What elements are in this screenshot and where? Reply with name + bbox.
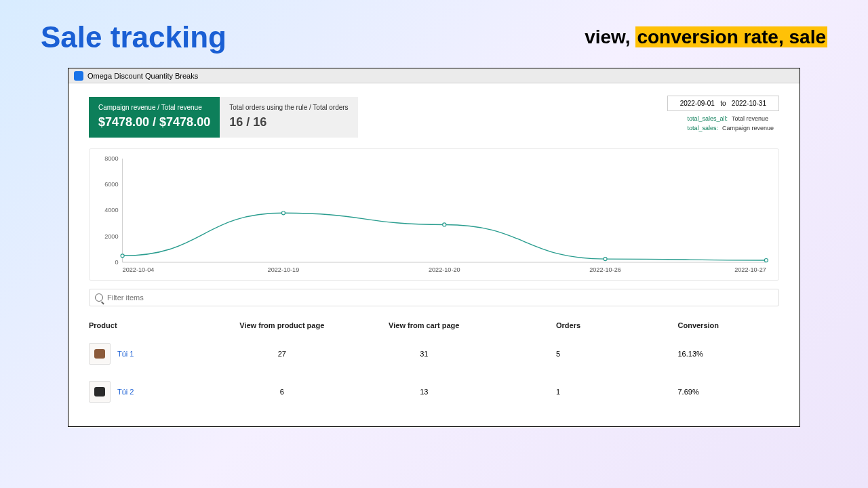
product-link[interactable]: Túi 2 [117,388,134,396]
orders-label: Total orders using the rule / Total orde… [229,104,348,111]
product-thumb [89,381,111,403]
svg-text:8000: 8000 [104,155,118,162]
page-subtitle: view, conversion rate, sale [585,26,827,48]
cell-orders: 1 [495,388,637,396]
revenue-chart: 800060004000200002022-10-042022-10-19202… [89,148,779,281]
product-link[interactable]: Túi 1 [117,350,134,358]
table-header: Product View from product page View from… [89,316,779,335]
panel-header: Omega Discount Quantity Breaks [68,68,800,83]
table-row: Túi 1 27 31 5 16.13% [89,335,779,373]
svg-text:2022-10-04: 2022-10-04 [123,266,155,273]
cell-conversion: 16.13% [637,350,780,358]
cell-orders: 5 [495,350,637,358]
svg-point-12 [121,254,124,258]
table-row: Túi 2 6 13 1 7.69% [89,373,779,411]
legend-val-0: Total revenue [732,115,768,124]
search-icon [95,293,103,302]
svg-point-13 [281,211,285,215]
orders-card: Total orders using the rule / Total orde… [220,97,357,138]
th-conversion: Conversion [637,321,780,329]
th-view-cart: View from cart page [353,321,496,329]
revenue-value: $7478.00 / $7478.00 [98,115,210,129]
app-icon [74,71,83,81]
legend-key-1: total_sales: [687,124,718,134]
legend-val-1: Campaign revenue [722,124,774,134]
svg-text:2022-10-26: 2022-10-26 [589,266,621,273]
svg-text:6000: 6000 [104,181,118,188]
th-orders: Orders [495,321,637,329]
date-range-picker[interactable]: 2022-09-01 to 2022-10-31 [667,96,779,111]
product-thumb [89,343,111,365]
svg-text:2022-10-19: 2022-10-19 [268,266,300,273]
cell-view-product: 6 [211,388,353,396]
app-name: Omega Discount Quantity Breaks [87,72,198,80]
revenue-label: Campaign revenue / Total revenue [98,104,210,111]
filter-input[interactable] [107,293,773,302]
legend-key-0: total_sales_all: [687,115,728,124]
chart-legend: total_sales_all: Total revenue total_sal… [687,115,774,133]
cell-conversion: 7.69% [637,388,780,396]
app-panel: Omega Discount Quantity Breaks Campaign … [68,68,800,427]
cell-view-cart: 13 [353,388,496,396]
revenue-card: Campaign revenue / Total revenue $7478.0… [89,97,220,138]
svg-point-14 [443,223,446,226]
svg-text:4000: 4000 [104,207,118,214]
products-table: Product View from product page View from… [89,316,779,411]
th-view-product: View from product page [211,321,353,329]
svg-text:2022-10-27: 2022-10-27 [734,266,766,273]
svg-text:2000: 2000 [104,233,118,240]
filter-box[interactable] [89,289,779,306]
svg-text:2022-10-20: 2022-10-20 [429,266,460,273]
svg-point-15 [604,258,607,261]
orders-value: 16 / 16 [229,115,348,129]
cell-view-cart: 31 [353,350,496,358]
svg-text:0: 0 [115,259,118,266]
svg-point-16 [764,258,768,262]
page-title: Sale tracking [41,20,226,54]
th-product: Product [89,321,211,329]
cell-view-product: 27 [211,350,353,358]
